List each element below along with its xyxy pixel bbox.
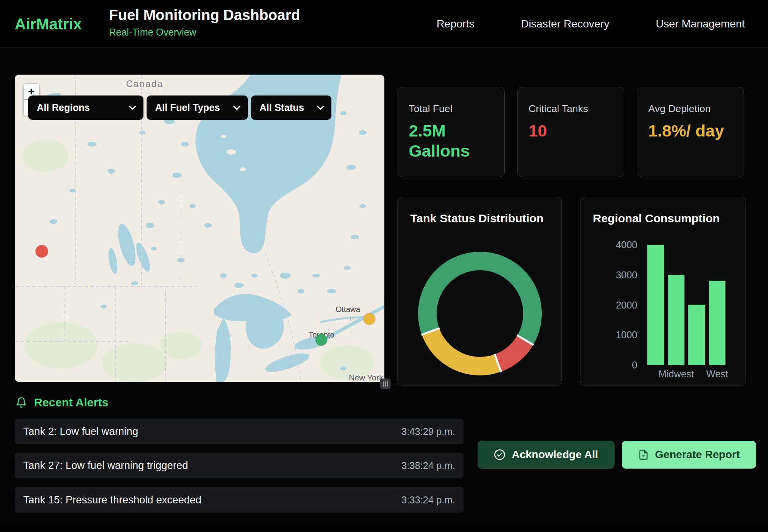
total-fuel-label: Total Fuel xyxy=(409,103,493,115)
status-filter-dropdown[interactable]: All Status xyxy=(251,95,331,120)
nav-user-management[interactable]: User Management xyxy=(656,18,745,30)
tank-status-donut-chart xyxy=(418,252,542,375)
normal-tank-marker[interactable] xyxy=(316,334,327,346)
alert-row[interactable]: Tank 27: Low fuel warning triggered 3:38… xyxy=(15,453,464,478)
map-panel[interactable]: Canada Ottawa Toronto New York + − All R… xyxy=(15,75,384,382)
generate-report-label: Generate Report xyxy=(655,448,740,461)
nav-disaster-recovery[interactable]: Disaster Recovery xyxy=(521,18,609,30)
map-label-canada: Canada xyxy=(126,78,163,89)
alert-message: Tank 15: Pressure threshold exceeded xyxy=(23,494,201,506)
y-axis-tick: 2000 xyxy=(591,299,637,311)
avg-depletion-value: 1.8%/ day xyxy=(648,121,733,141)
header: AirMatrix Fuel Monitoring Dashboard Real… xyxy=(0,0,768,48)
fuel-types-filter-dropdown[interactable]: All Fuel Types xyxy=(147,95,248,120)
critical-tank-marker[interactable] xyxy=(36,245,48,257)
critical-tanks-value: 10 xyxy=(529,121,613,141)
warning-tank-marker[interactable] xyxy=(364,313,375,325)
main-nav: Reports Disaster Recovery User Managemen… xyxy=(437,0,745,48)
page-subtitle: Real-Time Overview xyxy=(109,27,300,38)
alert-row[interactable]: Tank 15: Pressure threshold exceeded 3:3… xyxy=(15,487,464,513)
alert-time: 3:33:24 p.m. xyxy=(401,494,455,506)
title-block: Fuel Monitoring Dashboard Real-Time Over… xyxy=(109,7,300,38)
ottawa-town-dot xyxy=(350,317,353,321)
total-fuel-card: Total Fuel 2.5M Gallons xyxy=(398,87,505,177)
consumption-bar xyxy=(688,305,705,380)
map-label-new-york: New York xyxy=(349,373,383,382)
critical-tanks-label: Critical Tanks xyxy=(529,103,613,115)
y-axis-tick: 3000 xyxy=(591,269,637,281)
y-axis-tick: 4000 xyxy=(591,239,637,251)
consumption-bar: Midwest xyxy=(668,275,684,380)
bar-x-label: West xyxy=(706,365,728,380)
nav-reports[interactable]: Reports xyxy=(437,18,474,30)
regional-bar-chart: MidwestWest xyxy=(647,245,725,380)
map-label-ottawa: Ottawa xyxy=(336,305,360,314)
total-fuel-value: 2.5M Gallons xyxy=(409,121,493,161)
acknowledge-all-label: Acknowledge All xyxy=(512,448,598,461)
fuel-types-filter-value: All Fuel Types xyxy=(155,102,220,113)
avg-depletion-card: Avg Depletion 1.8%/ day xyxy=(637,87,744,177)
bell-icon xyxy=(15,396,27,409)
tank-status-title: Tank Status Distribution xyxy=(398,197,561,225)
app-logo[interactable]: AirMatrix xyxy=(15,15,82,32)
recent-alerts-header: Recent Alerts xyxy=(15,396,108,409)
map-grip-icon[interactable] xyxy=(380,379,391,389)
document-icon xyxy=(638,449,649,460)
regional-consumption-title: Regional Consumption xyxy=(580,197,746,225)
regions-filter-dropdown[interactable]: All Regions xyxy=(28,95,143,120)
alert-message: Tank 27: Low fuel warning triggered xyxy=(23,460,188,472)
map-filter-bar: All Regions All Fuel Types All Status xyxy=(28,95,331,120)
footer-strip xyxy=(0,524,768,532)
y-axis-tick: 0 xyxy=(591,359,637,371)
chevron-down-icon xyxy=(129,103,136,110)
chevron-down-icon xyxy=(233,103,240,110)
alert-time: 3:38:24 p.m. xyxy=(401,460,455,471)
regional-y-axis: 40003000200010000 xyxy=(591,245,637,365)
y-axis-tick: 1000 xyxy=(591,329,637,341)
page-title: Fuel Monitoring Dashboard xyxy=(109,7,300,24)
tank-status-card: Tank Status Distribution xyxy=(398,197,561,385)
critical-tanks-card: Critical Tanks 10 xyxy=(517,87,625,177)
consumption-bar xyxy=(647,245,664,380)
recent-alerts-title: Recent Alerts xyxy=(34,396,108,409)
acknowledge-all-button[interactable]: Acknowledge All xyxy=(478,441,614,469)
chevron-down-icon xyxy=(317,103,324,110)
generate-report-button[interactable]: Generate Report xyxy=(622,441,756,469)
avg-depletion-label: Avg Depletion xyxy=(648,103,733,115)
alert-row[interactable]: Tank 2: Low fuel warning 3:43:29 p.m. xyxy=(15,419,464,444)
status-filter-value: All Status xyxy=(259,102,304,113)
check-circle-icon xyxy=(494,449,505,460)
alert-time: 3:43:29 p.m. xyxy=(401,426,455,437)
consumption-bar: West xyxy=(709,281,725,380)
alert-message: Tank 2: Low fuel warning xyxy=(23,426,138,438)
stat-cards-row: Total Fuel 2.5M Gallons Critical Tanks 1… xyxy=(398,87,744,177)
regions-filter-value: All Regions xyxy=(37,102,90,113)
regional-consumption-card: Regional Consumption 40003000200010000 M… xyxy=(580,197,746,385)
